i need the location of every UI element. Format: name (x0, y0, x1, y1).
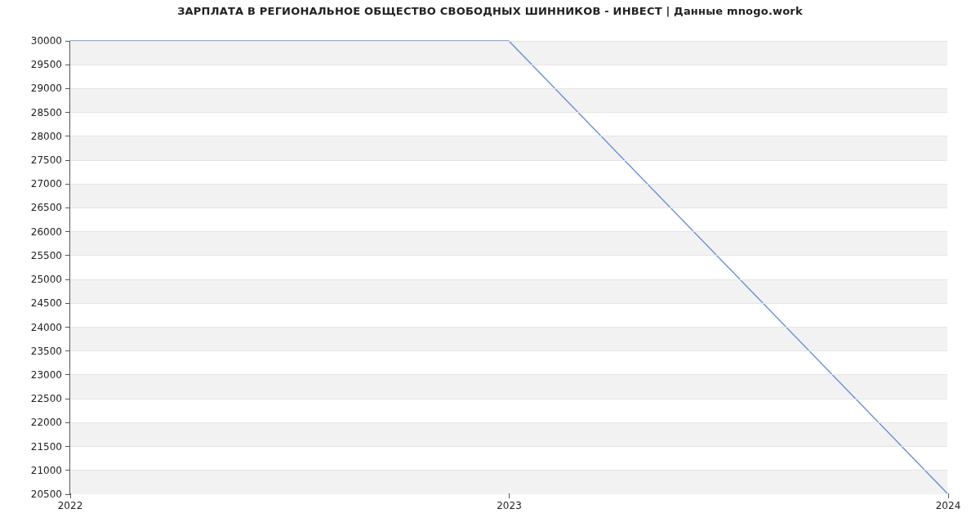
y-tick-label: 28500 (31, 107, 70, 118)
y-tick-label: 29000 (31, 83, 70, 94)
plot-area: 2050021000215002200022500230002350024000… (69, 41, 947, 494)
gridline (70, 184, 947, 185)
gridline (70, 255, 947, 256)
gridline (70, 399, 947, 399)
gridline (70, 350, 947, 351)
y-tick-label: 22000 (31, 417, 70, 428)
gridline (70, 207, 947, 208)
y-tick-label: 23500 (31, 346, 70, 357)
x-tick-label: 2023 (497, 500, 522, 511)
y-tick-label: 29500 (31, 59, 70, 70)
x-tick (509, 493, 510, 498)
y-tick-label: 25000 (31, 274, 70, 285)
y-tick-label: 24000 (31, 322, 70, 333)
y-tick-label: 22500 (31, 393, 70, 404)
gridline (70, 470, 947, 471)
gridline (70, 65, 947, 65)
x-tick (948, 493, 949, 498)
y-tick-label: 26500 (31, 202, 70, 213)
x-tick-label: 2024 (936, 500, 961, 511)
y-tick-label: 21500 (31, 441, 70, 453)
chart-title: ЗАРПЛАТА В РЕГИОНАЛЬНОЕ ОБЩЕСТВО СВОБОДН… (0, 5, 980, 17)
y-tick-label: 30000 (31, 35, 70, 47)
line-series (70, 41, 947, 493)
gridline (70, 41, 947, 42)
y-tick-label: 27000 (31, 178, 70, 190)
y-tick-label: 20500 (31, 489, 70, 500)
gridline (70, 303, 947, 304)
y-tick-label: 24500 (31, 297, 70, 309)
gridline (70, 136, 947, 136)
y-tick-label: 28000 (31, 131, 70, 142)
x-tick-label: 2022 (58, 500, 83, 511)
y-tick-label: 26000 (31, 226, 70, 238)
y-tick-label: 23000 (31, 369, 70, 381)
y-tick-label: 21000 (31, 465, 70, 476)
y-tick-label: 27500 (31, 154, 70, 166)
x-tick (70, 493, 71, 498)
salary-line-chart: ЗАРПЛАТА В РЕГИОНАЛЬНОЕ ОБЩЕСТВО СВОБОДН… (0, 0, 980, 531)
y-tick-label: 25500 (31, 250, 70, 261)
gridline (70, 231, 947, 232)
gridline (70, 160, 947, 161)
gridline (70, 327, 947, 328)
gridline (70, 88, 947, 89)
gridline (70, 422, 947, 423)
gridline (70, 279, 947, 280)
gridline (70, 446, 947, 447)
gridline (70, 112, 947, 113)
gridline (70, 374, 947, 375)
